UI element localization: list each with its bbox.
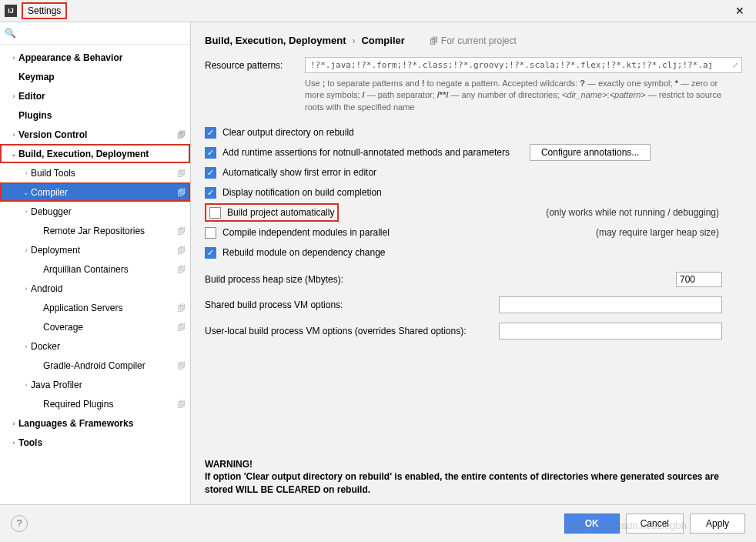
project-scope-icon: 🗐 bbox=[430, 36, 438, 45]
tree-item-deployment[interactable]: ›Deployment🗐 bbox=[0, 240, 190, 259]
tree-item-label: Build Tools bbox=[31, 168, 174, 179]
tree-item-label: Docker bbox=[31, 341, 186, 352]
configure-annotations-button[interactable]: Configure annotations... bbox=[530, 144, 651, 161]
ok-button[interactable]: OK bbox=[564, 514, 620, 534]
patterns-hint: Use ; to separate patterns and ! to nega… bbox=[305, 78, 736, 113]
breadcrumb-root: Build, Execution, Deployment bbox=[205, 35, 346, 46]
resource-patterns-input[interactable]: !?*.java;!?*.form;!?*.class;!?*.groovy;!… bbox=[305, 57, 742, 73]
expand-field-icon[interactable]: ⤢ bbox=[732, 61, 738, 69]
project-scope-icon: 🗐 bbox=[177, 188, 186, 197]
tree-item-application-servers[interactable]: Application Servers🗐 bbox=[0, 298, 190, 317]
patterns-value: !?*.java;!?*.form;!?*.class;!?*.groovy;!… bbox=[310, 60, 713, 70]
checkbox-note: (only works while not running / debuggin… bbox=[546, 207, 742, 218]
project-scope-icon: 🗐 bbox=[177, 400, 186, 409]
apply-button[interactable]: Apply bbox=[690, 514, 745, 534]
chevron-icon: › bbox=[9, 439, 18, 447]
tree-item-keymap[interactable]: Keymap bbox=[0, 67, 190, 86]
tree-item-label: Version Control bbox=[18, 129, 174, 140]
checkbox[interactable] bbox=[205, 227, 216, 239]
checkbox-label: Rebuild module on dependency change bbox=[222, 247, 386, 258]
warning-block: WARNING! If option 'Clear output directo… bbox=[205, 458, 742, 497]
tree-item-tools[interactable]: ›Tools bbox=[0, 433, 190, 452]
tree-item-build-tools[interactable]: ›Build Tools🗐 bbox=[0, 163, 190, 182]
project-scope-icon: 🗐 bbox=[177, 226, 186, 236]
tree-item-build-execution-deployment[interactable]: ⌄Build, Execution, Deployment bbox=[0, 144, 190, 163]
checkbox-label: Build project automatically bbox=[227, 207, 334, 218]
tree-item-version-control[interactable]: ›Version Control🗐 bbox=[0, 125, 190, 144]
checkbox-label: Compile independent modules in parallel bbox=[222, 227, 390, 238]
tree-item-debugger[interactable]: ›Debugger bbox=[0, 202, 190, 221]
project-scope-icon: 🗐 bbox=[177, 323, 186, 332]
checkbox[interactable] bbox=[205, 187, 216, 199]
app-icon: IJ bbox=[5, 5, 17, 17]
search-input[interactable] bbox=[19, 26, 186, 40]
tree-item-android[interactable]: ›Android bbox=[0, 279, 190, 298]
checkbox-note: (may require larger heap size) bbox=[596, 227, 742, 238]
main-panel: Build, Execution, Deployment › Compiler … bbox=[191, 22, 756, 504]
tree-item-editor[interactable]: ›Editor bbox=[0, 86, 190, 105]
tree-item-label: Compiler bbox=[31, 187, 174, 198]
tree-item-compiler[interactable]: ⌄Compiler🗐 bbox=[0, 182, 190, 202]
tree-item-label: Build, Execution, Deployment bbox=[18, 149, 186, 159]
chevron-icon: › bbox=[9, 131, 18, 139]
checkbox-label: Add runtime assertions for notnull-annot… bbox=[222, 147, 510, 158]
chevron-icon: › bbox=[9, 92, 18, 100]
footer: ? OK Cancel Apply bbox=[0, 505, 756, 542]
titlebar: IJ Settings ✕ bbox=[0, 0, 756, 22]
tree-item-plugins[interactable]: Plugins bbox=[0, 105, 190, 125]
checkbox-label: Automatically show first error in editor bbox=[222, 167, 376, 178]
warning-title: WARNING! bbox=[205, 458, 742, 471]
tree-item-coverage[interactable]: Coverage🗐 bbox=[0, 317, 190, 336]
user-vm-input[interactable] bbox=[499, 323, 722, 340]
settings-tree: ›Appearance & BehaviorKeymap›EditorPlugi… bbox=[0, 45, 190, 504]
window-title: Settings bbox=[22, 2, 67, 19]
tree-item-languages-frameworks[interactable]: ›Languages & Frameworks bbox=[0, 413, 190, 433]
check-row: Clear output directory on rebuild bbox=[205, 122, 742, 142]
tree-item-label: Keymap bbox=[18, 72, 186, 82]
chevron-icon: › bbox=[22, 246, 31, 254]
tree-item-required-plugins[interactable]: Required Plugins🗐 bbox=[0, 394, 190, 413]
tree-item-docker[interactable]: ›Docker bbox=[0, 336, 190, 356]
tree-item-gradle-android-compiler[interactable]: Gradle-Android Compiler🗐 bbox=[0, 356, 190, 375]
project-scope-icon: 🗐 bbox=[177, 169, 186, 178]
tree-item-label: Arquillian Containers bbox=[43, 264, 174, 275]
tree-item-label: Application Servers bbox=[43, 303, 174, 313]
chevron-icon: › bbox=[9, 54, 18, 62]
heap-size-input[interactable] bbox=[676, 272, 722, 287]
tree-item-appearance-behavior[interactable]: ›Appearance & Behavior bbox=[0, 48, 190, 67]
tree-item-label: Gradle-Android Compiler bbox=[43, 360, 174, 371]
project-scope-icon: 🗐 bbox=[177, 303, 186, 313]
close-button[interactable]: ✕ bbox=[728, 0, 751, 22]
checkbox[interactable] bbox=[205, 147, 216, 159]
tree-item-remote-jar-repositories[interactable]: Remote Jar Repositories🗐 bbox=[0, 221, 190, 240]
tree-item-label: Android bbox=[31, 283, 186, 294]
patterns-label: Resource patterns: bbox=[205, 57, 305, 71]
chevron-right-icon: › bbox=[352, 35, 355, 46]
chevron-icon: › bbox=[9, 420, 18, 427]
check-row: Build project automatically(only works w… bbox=[205, 202, 742, 222]
warning-body: If option 'Clear output directory on reb… bbox=[205, 470, 742, 497]
help-button[interactable]: ? bbox=[11, 515, 28, 532]
checkbox[interactable] bbox=[205, 127, 216, 139]
scope-label: 🗐 For current project bbox=[430, 35, 517, 46]
tree-item-label: Editor bbox=[18, 91, 186, 102]
check-row: Display notification on build completion bbox=[205, 182, 742, 202]
checkbox[interactable] bbox=[205, 167, 216, 179]
tree-item-label: Coverage bbox=[43, 322, 174, 333]
chevron-icon: › bbox=[22, 208, 31, 216]
tree-item-label: Java Profiler bbox=[31, 380, 186, 390]
checkbox[interactable] bbox=[209, 207, 221, 219]
check-row: Compile independent modules in parallel(… bbox=[205, 222, 742, 243]
checkbox[interactable] bbox=[205, 247, 216, 259]
tree-item-label: Debugger bbox=[31, 206, 186, 217]
heap-size-label: Build process heap size (Mbytes): bbox=[205, 274, 343, 285]
chevron-icon: › bbox=[22, 343, 31, 350]
tree-item-arquillian-containers[interactable]: Arquillian Containers🗐 bbox=[0, 259, 190, 279]
shared-vm-input[interactable] bbox=[499, 296, 722, 313]
cancel-button[interactable]: Cancel bbox=[626, 514, 684, 534]
tree-item-label: Languages & Frameworks bbox=[18, 418, 186, 429]
tree-item-label: Plugins bbox=[18, 110, 186, 121]
tree-item-java-profiler[interactable]: ›Java Profiler bbox=[0, 375, 190, 394]
chevron-icon: › bbox=[22, 285, 31, 293]
user-vm-label: User-local build process VM options (ove… bbox=[205, 326, 467, 336]
